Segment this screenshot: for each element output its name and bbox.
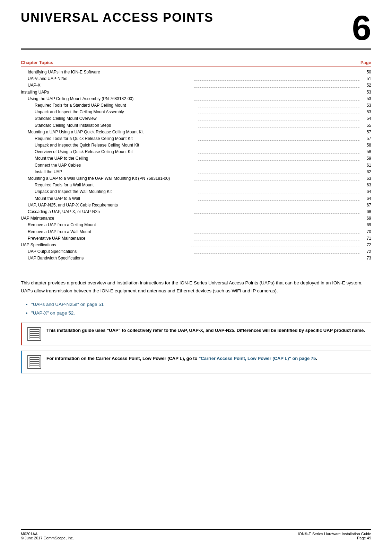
uap-x-link[interactable]: "UAP-X" on page 52. — [31, 310, 75, 316]
toc-item-dots — [194, 235, 360, 240]
toc-item-dots — [194, 76, 360, 81]
intro-paragraph: This chapter provides a product overview… — [21, 279, 371, 295]
toc-item: Connect the UAP Cables61 — [21, 162, 371, 169]
note-icon-1 — [27, 327, 41, 341]
toc-item-dots — [198, 155, 360, 160]
toc-item-dots — [194, 248, 360, 254]
toc-item: Unpack and Inspect the Quick Release Cei… — [21, 142, 371, 149]
toc-item-text: Required Tools for a Standard UAP Ceilin… — [35, 102, 197, 109]
toc-item-page: 62 — [361, 169, 371, 175]
toc-item-text: Mount the UAP to a Wall — [35, 195, 197, 202]
toc-item-text: UAP Output Specifications — [28, 248, 193, 255]
toc-item-text: Cascading a UAP, UAP-X, or UAP-N25 — [28, 209, 193, 215]
section-divider — [21, 272, 371, 272]
bullet-item-1: "UAPs and UAP-N25s" on page 51 — [31, 300, 371, 309]
toc-item-dots — [191, 215, 360, 220]
toc-item: Installing UAPs53 — [21, 89, 371, 96]
toc-item: Mounting a UAP to a Wall Using the UAP W… — [21, 175, 371, 182]
toc-item: Required Tools for a Wall Mount63 — [21, 182, 371, 188]
toc-item-text: Standard Ceiling Mount Overview — [35, 115, 197, 122]
toc-item-dots — [194, 96, 360, 101]
toc-item: UAP-X52 — [21, 82, 371, 89]
toc-item-text: Unpack and Inspect the Ceiling Mount Ass… — [35, 109, 197, 115]
toc-item-page: 63 — [361, 175, 371, 182]
toc-item-dots — [194, 82, 360, 87]
cap-l-link[interactable]: "Carrier Access Point, Low Power (CAP L)… — [199, 356, 316, 361]
toc-item: UAPs and UAP-N25s51 — [21, 76, 371, 82]
toc-item-text: Overview of Using a Quick Release Ceilin… — [35, 149, 197, 155]
toc-section: Chapter Topics Page Identifying UAPs in … — [21, 60, 371, 262]
toc-item-page: 53 — [361, 109, 371, 115]
toc-item-dots — [198, 102, 360, 107]
toc-item-text: Using the UAP Ceiling Mount Assembly (PN… — [28, 96, 193, 102]
toc-item-page: 53 — [361, 102, 371, 109]
toc-item-dots — [194, 222, 360, 227]
toc-item-text: Mounting a UAP to a Wall Using the UAP W… — [28, 175, 193, 182]
toc-item-dots — [198, 115, 360, 121]
toc-item-text: Identifying UAPs in the ION-E Software — [28, 69, 193, 76]
toc-items-container: Identifying UAPs in the ION-E Software50… — [21, 69, 371, 262]
toc-item-page: 52 — [361, 82, 371, 89]
page-header: Universal Access Points 6 — [21, 10, 371, 50]
toc-item-page: 71 — [361, 235, 371, 242]
note-icon-2 — [27, 355, 41, 369]
toc-item-dots — [194, 129, 360, 134]
toc-item-text: Remove a UAP from a Wall Mount — [28, 229, 193, 235]
toc-header-row: Chapter Topics Page — [21, 60, 371, 67]
toc-item-dots — [198, 122, 360, 127]
toc-item-page: 72 — [361, 242, 371, 248]
toc-item: Mount the UAP to a Wall64 — [21, 195, 371, 202]
toc-item-dots — [198, 182, 360, 187]
toc-item-page: 57 — [361, 129, 371, 135]
footer-page-number: Page 49 — [298, 536, 371, 540]
toc-item-dots — [191, 242, 360, 247]
uap-n25s-link[interactable]: "UAPs and UAP-N25s" on page 51 — [31, 302, 104, 307]
toc-item-text: Standard Ceiling Mount Installation Step… — [35, 122, 197, 129]
toc-item-dots — [194, 69, 360, 74]
toc-item-page: 64 — [361, 195, 371, 202]
note-lines-icon-1 — [30, 329, 39, 339]
toc-item: Remove a UAP from a Wall Mount70 — [21, 229, 371, 235]
toc-item-page: 59 — [361, 155, 371, 162]
toc-item-dots — [198, 135, 360, 141]
footer-copyright: © June 2017 CommScope, Inc. — [21, 536, 74, 540]
toc-item-dots — [194, 202, 360, 207]
toc-item-text: UAPs and UAP-N25s — [28, 76, 193, 82]
toc-item-page: 51 — [361, 76, 371, 82]
toc-item-page: 70 — [361, 229, 371, 235]
toc-item-text: UAP-X — [28, 82, 193, 89]
toc-item-dots — [198, 149, 360, 154]
note-text-1: This installation guide uses "UAP" to co… — [46, 327, 365, 334]
toc-item-page: 72 — [361, 248, 371, 255]
toc-item: UAP Bandwidth Specifications73 — [21, 255, 371, 262]
toc-item-page: 55 — [361, 122, 371, 129]
note-text-2: For information on the Carrier Access Po… — [46, 355, 317, 362]
toc-item-text: Preventative UAP Maintenance — [28, 235, 193, 242]
footer-model: M0201AA — [21, 532, 74, 536]
toc-item: Standard Ceiling Mount Overview54 — [21, 115, 371, 122]
chapter-title: Universal Access Points — [21, 10, 214, 25]
toc-item-text: UAP, UAP-N25, and UAP-X Cable Requiremen… — [28, 202, 193, 209]
toc-item-text: Mount the UAP to the Ceiling — [35, 155, 197, 162]
toc-item: UAP Maintenance69 — [21, 215, 371, 222]
note-box-1: This installation guide uses "UAP" to co… — [21, 323, 371, 345]
toc-item: Required Tools for a Quick Release Ceili… — [21, 135, 371, 142]
toc-item-dots — [198, 169, 360, 174]
toc-item-page: 64 — [361, 188, 371, 195]
toc-item: Cascading a UAP, UAP-X, or UAP-N2568 — [21, 209, 371, 215]
toc-item: Preventative UAP Maintenance71 — [21, 235, 371, 242]
toc-item: Mount the UAP to the Ceiling59 — [21, 155, 371, 162]
toc-item: Unpack and Inspect the Wall Mounting Kit… — [21, 188, 371, 195]
footer-right: ION®-E Series Hardware Installation Guid… — [298, 532, 371, 540]
page-footer: M0201AA © June 2017 CommScope, Inc. ION®… — [21, 529, 371, 540]
toc-item: Unpack and Inspect the Ceiling Mount Ass… — [21, 109, 371, 115]
toc-item-dots — [194, 175, 360, 180]
toc-item-page: 53 — [361, 96, 371, 102]
bullet-list: "UAPs and UAP-N25s" on page 51 "UAP-X" o… — [31, 300, 371, 317]
toc-item-text: UAP Specifications — [21, 242, 190, 248]
toc-item-text: Unpack and Inspect the Quick Release Cei… — [35, 142, 197, 149]
toc-item: Mounting a UAP Using a UAP Quick Release… — [21, 129, 371, 135]
chapter-number: 6 — [352, 10, 371, 45]
toc-item-text: Unpack and Inspect the Wall Mounting Kit — [35, 188, 197, 195]
toc-item: UAP, UAP-N25, and UAP-X Cable Requiremen… — [21, 202, 371, 209]
